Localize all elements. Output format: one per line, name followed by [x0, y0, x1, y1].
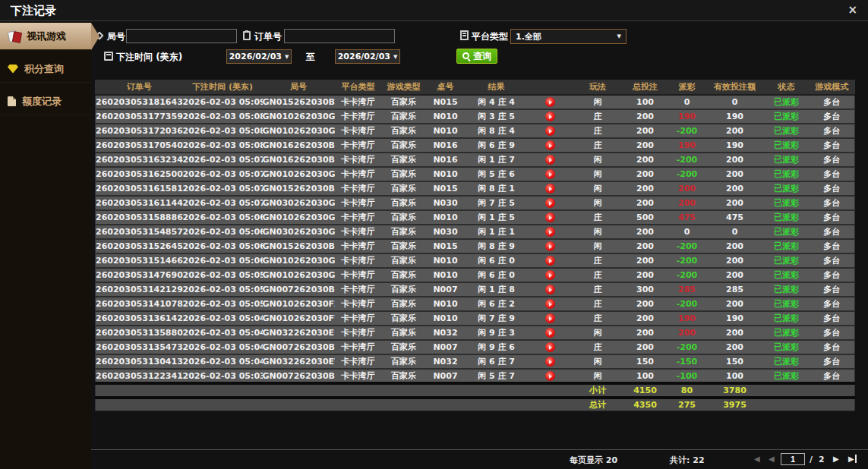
play-icon[interactable] — [545, 126, 555, 136]
search-button[interactable]: 查询 — [456, 49, 497, 64]
table-row: 2602030531421292026-02-03 05:05:27GN0072… — [96, 282, 855, 297]
play-icon[interactable] — [545, 140, 555, 150]
cell-result: 闲 1 庄 1 — [466, 225, 528, 239]
cell-round: GN015262030B5 — [263, 181, 335, 196]
cell-result: 闲 8 庄 9 — [466, 239, 528, 253]
cell-table_no: N010 — [426, 311, 466, 326]
cell-order: 260203053135473 — [96, 340, 183, 354]
play-icon[interactable] — [545, 198, 555, 208]
table-row: 2602030531304132026-02-03 05:04:25GN0322… — [96, 354, 855, 369]
cell-table_no: N010 — [426, 210, 466, 225]
play-icon[interactable] — [545, 285, 555, 294]
next-page-icon[interactable]: ▶ — [833, 455, 839, 463]
cell-table_no: N007 — [426, 369, 466, 383]
play-icon[interactable] — [545, 169, 555, 179]
play-icon[interactable] — [545, 184, 555, 194]
cell-time: 2026-02-03 05:05:57 — [183, 268, 263, 282]
play-icon[interactable] — [545, 155, 555, 165]
cell-result: 闲 4 庄 4 — [466, 95, 528, 109]
cell-bet_on: 闲 — [573, 225, 623, 239]
cell-table_no: N007 — [426, 340, 466, 354]
cell-round: GN032262030EU — [263, 326, 335, 340]
column-header: 结果 — [466, 80, 528, 95]
play-icon[interactable] — [545, 227, 555, 237]
status-badge: 已派彩 — [774, 184, 799, 194]
date-to-value: 2026/02/03 — [338, 52, 390, 61]
play-icon[interactable] — [545, 299, 555, 309]
sidebar-item-video-games[interactable]: 视讯游戏 — [0, 23, 91, 50]
cell-time: 2026-02-03 05:07:20 — [183, 153, 263, 167]
play-icon[interactable] — [545, 270, 555, 280]
cell-mode: 多台 — [810, 181, 855, 196]
cell-order: 260203053158886 — [96, 210, 183, 225]
column-header: 有效投注额 — [706, 80, 764, 95]
cell-order: 260203053170540 — [96, 138, 183, 153]
cell-status: 已派彩 — [764, 181, 810, 196]
play-icon[interactable] — [545, 241, 555, 251]
order-input[interactable] — [284, 29, 395, 43]
cell-result: 闲 6 庄 0 — [466, 253, 528, 268]
close-icon[interactable]: × — [847, 3, 857, 17]
page-input[interactable] — [781, 453, 805, 465]
cell-platform: 卡卡湾厅 — [335, 326, 382, 340]
column-header: 桌号 — [426, 80, 466, 95]
prev-page-icon[interactable]: ◀ — [769, 455, 775, 463]
play-icon[interactable] — [545, 342, 555, 352]
cell-total_bet: 200 — [623, 297, 668, 311]
table-row: 2602030531705402026-02-03 05:08:02GN0162… — [96, 138, 855, 153]
date-to-picker[interactable]: 2026/02/03 ▼ — [335, 49, 400, 64]
cell-game: 百家乐 — [382, 95, 426, 109]
cell-bet_on: 闲 — [573, 369, 623, 383]
sidebar-item-points-query[interactable]: 积分查询 — [0, 55, 91, 83]
cell-payout: 200 — [668, 196, 706, 210]
play-icon[interactable] — [545, 328, 555, 338]
play-icon[interactable] — [545, 112, 555, 121]
first-page-icon[interactable]: ◀ — [754, 455, 760, 463]
cell-valid_bet: 285 — [706, 282, 764, 297]
cell-payout: 285 — [668, 282, 706, 297]
platform-select[interactable]: 1.全部 ▼ — [510, 29, 627, 44]
bet-time-label: 下注时间 (美东) — [116, 49, 182, 65]
cell-time: 2026-02-03 05:04:25 — [183, 354, 263, 369]
cell-bet_on: 闲 — [573, 326, 623, 340]
date-from-picker[interactable]: 2026/02/03 ▼ — [226, 49, 292, 64]
play-icon[interactable] — [545, 256, 555, 266]
cell-platform: 卡卡湾厅 — [335, 225, 382, 239]
sidebar-item-credit-records[interactable]: 额度记录 — [0, 88, 91, 115]
table-row: 2602030531548572026-02-03 05:06:36GN0302… — [96, 225, 855, 239]
status-badge: 已派彩 — [774, 198, 799, 208]
cell-platform: 卡卡湾厅 — [335, 311, 382, 326]
grand-total-row-value: 3975 — [706, 398, 764, 411]
play-icon[interactable] — [545, 371, 555, 381]
cell-time: 2026-02-03 05:08:11 — [183, 124, 263, 138]
cell-table_no: N010 — [426, 124, 466, 138]
cell-total_bet: 200 — [623, 311, 668, 326]
cell-valid_bet: 0 — [706, 225, 764, 239]
cell-platform: 卡卡湾厅 — [335, 297, 382, 311]
cell-time: 2026-02-03 05:04:56 — [183, 311, 263, 326]
cell-table_no: N032 — [426, 354, 466, 369]
cell-game: 百家乐 — [382, 369, 426, 383]
table-row: 2602030531476902026-02-03 05:05:57GN0102… — [96, 268, 855, 282]
cell-platform: 卡卡湾厅 — [335, 196, 382, 210]
cell-status: 已派彩 — [764, 153, 810, 167]
last-page-icon[interactable]: ▶ — [848, 455, 857, 463]
cell-mode: 多台 — [810, 326, 855, 340]
cell-mode: 多台 — [810, 124, 855, 138]
cell-round: GN016262030B6 — [263, 138, 335, 153]
cell-payout: 200 — [668, 181, 706, 196]
cell-bet_on: 闲 — [573, 196, 623, 210]
round-input[interactable] — [126, 29, 237, 43]
cell-total_bet: 150 — [623, 354, 668, 369]
cell-result: 闲 7 庄 9 — [466, 311, 528, 326]
column-header: 状态 — [764, 80, 810, 95]
table-row: 2602030531632342026-02-03 05:07:20GN0162… — [96, 153, 855, 167]
cell-replay — [528, 124, 573, 138]
play-icon[interactable] — [545, 97, 555, 107]
chevron-down-icon: ▼ — [285, 54, 289, 60]
cell-time: 2026-02-03 05:07:17 — [183, 167, 263, 181]
play-icon[interactable] — [545, 313, 555, 323]
subtotal-row-value: 4150 — [623, 383, 668, 398]
play-icon[interactable] — [545, 357, 555, 367]
play-icon[interactable] — [545, 212, 555, 222]
